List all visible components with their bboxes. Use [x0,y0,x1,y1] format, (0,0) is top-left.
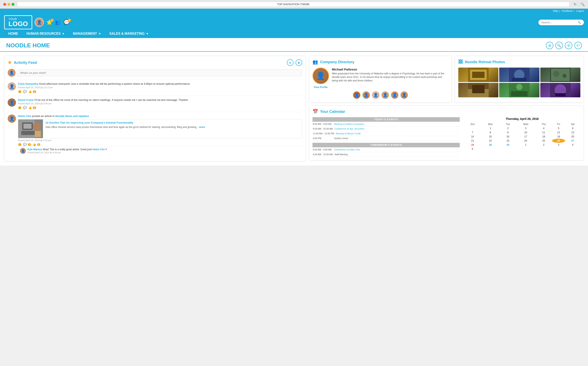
logout-link[interactable]: Logout [576,9,584,12]
article-more-link[interactable]: more [199,126,205,129]
photo-thumb-6[interactable] [540,83,580,97]
photo-thumb-1[interactable] [458,68,498,82]
event-title-5[interactable]: Conference w/ Helen Cho [334,148,360,151]
comment-author-kyle[interactable]: Kyle Markus [28,148,42,151]
dir-avatar-3[interactable]: 👤 [372,91,380,99]
post-author-helen[interactable]: Helen Cho [18,114,31,118]
nav-home[interactable]: HOME [4,29,22,38]
cal-cell[interactable]: 30 [500,143,516,147]
messages-button[interactable]: 💬 2 [64,19,70,25]
cal-cell[interactable]: 17 [516,135,535,139]
browser-search-icon[interactable]: 🔍 [581,2,585,6]
photo-thumb-4[interactable] [458,83,498,97]
cal-cell[interactable]: 4 [535,126,552,130]
delete-icon[interactable]: 🗑 [296,59,302,66]
svg-rect-6 [35,131,41,137]
dir-avatar-4[interactable]: 👤 [381,91,389,99]
logo[interactable]: YOUR LOGO [4,15,32,29]
feedback-link[interactable]: Feedback [562,9,573,12]
people-button[interactable]: 👥 [55,19,61,25]
cal-cell[interactable]: 2 [535,143,552,147]
dir-avatar-1[interactable]: 👤 [353,91,361,99]
cal-cell[interactable]: 4 [565,143,580,147]
cal-cell[interactable]: 8 [481,130,500,135]
cal-cell[interactable]: 22 [481,139,500,143]
cal-cell[interactable]: 23 [500,139,516,143]
like-button-carla[interactable]: 👍 1 [28,90,36,93]
cal-cell[interactable]: 10 [516,130,535,135]
minimize-dot[interactable] [7,3,10,6]
cal-cell-tomorrow[interactable]: 27 [565,139,580,143]
settings-button[interactable]: ⚙ [565,42,572,49]
emoji-reaction-carla[interactable]: 😊 [18,90,22,93]
cal-cell[interactable]: 7 [464,130,481,135]
event-title-1[interactable]: Meeting w/ Kellen's Insurance [334,123,364,125]
maximize-dot[interactable] [12,3,15,6]
like-button-david[interactable]: 👍 3 [28,106,36,109]
post-content-helen: Helen Cho posted an article in Noodle Ne… [18,114,302,155]
cal-cell[interactable]: 1 [516,143,535,147]
cal-cell[interactable]: 11 [535,130,552,135]
cal-cell[interactable]: 12 [552,130,565,135]
nav-sales-marketing[interactable]: SALES & MARKETING ▼ [105,29,153,38]
cal-cell[interactable]: 3 [552,143,565,147]
cal-cell[interactable]: 29 [481,143,500,147]
dir-avatar-2[interactable]: 👤 [362,91,370,99]
cal-cell[interactable]: 9 [500,130,516,135]
refresh-icon[interactable]: ↻ [574,2,576,6]
comment-button-david[interactable]: 💬 [23,106,27,109]
cal-cell[interactable]: 3 [516,126,535,130]
cal-cell[interactable]: 15 [481,135,500,139]
cal-cell[interactable]: 5 [552,126,565,130]
help-link[interactable]: Help [553,9,558,12]
cal-cell[interactable]: 19 [552,135,565,139]
cal-cell[interactable]: 13 [565,130,580,135]
comment-button-carla[interactable]: 💬 [23,90,27,93]
cal-header-wed: Wed [516,122,535,126]
emoji-reaction-helen[interactable]: 😊 [18,143,22,146]
post-input[interactable] [18,69,302,76]
post-author-carla[interactable]: Carla Samantha [18,82,38,85]
comment-count-helen[interactable]: 💬 1 [23,143,31,146]
cal-cell[interactable]: 16 [500,135,516,139]
cal-cell-today[interactable]: 26 [552,139,565,143]
search-button[interactable]: 🔍 [555,42,563,49]
cal-cell[interactable]: 1 [481,126,500,130]
user-avatar[interactable]: 👤 [35,18,44,27]
article-title[interactable]: 10 Surefire Tips for Improving your Comp… [45,121,299,125]
cal-cell[interactable]: 18 [535,135,552,139]
search-input[interactable] [541,21,576,24]
post-author-david[interactable]: David Crane [18,98,34,101]
address-bar[interactable]: TOP NAVIGATION THEME [17,2,570,7]
header-search[interactable]: 🔍 [538,20,584,25]
close-dot[interactable] [3,3,6,6]
notifications-button[interactable]: ⭐ 1 [46,19,52,25]
nav-management[interactable]: MANAGEMENT ▼ [69,29,105,38]
profile-photo[interactable]: 👤 [313,68,329,84]
post-category-helen[interactable]: Noodle News and Updates [55,114,89,118]
cal-cell[interactable]: 20 [565,135,580,139]
cal-cell[interactable]: 21 [464,139,481,143]
dir-avatar-5[interactable]: 👤 [391,91,399,99]
cal-cell[interactable]: 5 [464,147,481,151]
event-title-2[interactable]: Conference w/ Apt. Securities [334,128,364,130]
like-button-helen[interactable]: 👍 2 [33,143,40,146]
add-page-button[interactable]: ⊞ [546,42,553,49]
photo-thumb-2[interactable] [499,68,539,82]
cal-cell[interactable]: 2 [500,126,516,130]
photo-thumb-3[interactable] [540,68,580,82]
comment-mention[interactable]: Helen Cho [93,148,105,151]
tag-button[interactable]: 🏷 [574,42,582,49]
cal-cell[interactable]: 25 [535,139,552,143]
photo-thumb-5[interactable] [499,83,539,97]
nav-human-resources[interactable]: HUMAN RESOURCES ▼ [22,29,69,38]
event-title-3[interactable]: Meeting w/ Bloom Credit [336,132,361,135]
filter-icon[interactable]: ⊕ [287,59,293,66]
cal-cell-sat[interactable]: 28 [464,143,481,147]
emoji-reaction-david[interactable]: 😊 [18,106,22,109]
dir-avatar-6[interactable]: 👤 [400,91,408,99]
view-profile-link[interactable]: View Profile [314,86,328,89]
cal-cell[interactable]: 14 [464,135,481,139]
cal-cell[interactable]: 6 [565,126,580,130]
cal-cell[interactable]: 24 [516,139,535,143]
